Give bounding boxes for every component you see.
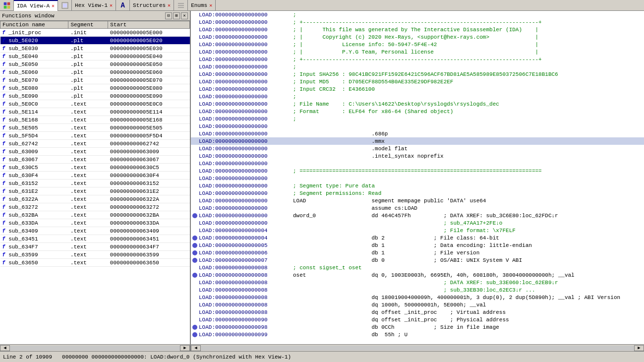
table-row[interactable]: f sub_5F5D4 .text 000000000005F5D4 <box>0 132 190 140</box>
ida-hscroll-left[interactable]: ◀ <box>191 345 201 351</box>
ida-line[interactable]: LOAD:0000000000000000 ; sub_47AA17+2FE↓o <box>191 219 644 227</box>
table-row[interactable]: f sub_5E060 .plt 000000000005E060 <box>0 68 190 76</box>
line-comment: ; Input MD5 : D705ECF88D554B0AE335E29DF9… <box>293 79 453 85</box>
table-row[interactable]: f sub_63152 .text 000000000063152 <box>0 180 190 187</box>
ida-line[interactable]: LOAD:0000000000000000 ; Segment permissi… <box>191 189 644 197</box>
table-row[interactable]: f _init_proc .init 000000000005E000 <box>0 29 190 37</box>
col-start[interactable]: Start <box>108 21 190 29</box>
ida-line[interactable]: LOAD:0000000000000000 ; | Copyright (c) … <box>191 33 644 41</box>
ida-line[interactable]: LOAD:0000000000000000 ; | This file was … <box>191 26 644 33</box>
col-segment[interactable]: Segment <box>68 21 108 29</box>
table-row[interactable]: f sub_631E2 .text 0000000000631E2 <box>0 187 190 195</box>
ida-line[interactable]: LOAD:0000000000000000 ; | P.Y.G Team, Pe… <box>191 48 644 56</box>
ida-line[interactable]: LOAD:0000000000000000 <box>191 160 644 167</box>
ida-line[interactable]: LOAD:0000000000000000 <box>191 175 644 182</box>
table-row[interactable]: f sub_62742 .text 000000000062742 <box>0 140 190 148</box>
ida-line[interactable]: LOAD:0000000000000000 ; +---------------… <box>191 56 644 63</box>
ida-hscroll-track[interactable] <box>201 346 634 351</box>
ida-line[interactable]: LOAD:0000000000000000 ; <box>191 63 644 70</box>
table-row[interactable]: f sub_632BA .text 0000000000632BA <box>0 211 190 219</box>
tab-ida-view[interactable]: IDA View-A ✕ <box>14 0 58 11</box>
ida-line[interactable]: LOAD:0000000000000004 ; File format: \x7… <box>191 227 644 234</box>
ida-line[interactable]: LOAD:0000000000000008 ; DATA XREF: sub_3… <box>191 279 644 286</box>
ida-line[interactable]: LOAD:0000000000000098 db 0CCh ; Size in … <box>191 323 644 331</box>
table-row[interactable]: f sub_634F7 .text 0000000000634F7 <box>0 243 190 251</box>
ida-line[interactable]: LOAD:0000000000000000 ; Input MD5 : D705… <box>191 78 644 85</box>
ida-line[interactable]: LOAD:0000000000000000 ; | License info: … <box>191 41 644 48</box>
table-row[interactable]: f sub_63650 .text 000000000063650 <box>0 259 190 267</box>
ida-line[interactable]: LOAD:0000000000000000 .mmx <box>191 137 644 145</box>
table-row[interactable]: f sub_63599 .text 000000000063599 <box>0 251 190 259</box>
table-row[interactable]: f sub_5E020 .plt 000000000005E020 <box>0 37 190 45</box>
hscroll-track[interactable] <box>10 346 180 351</box>
table-row[interactable]: f sub_633DA .text 0000000000633DA <box>0 219 190 227</box>
ida-content[interactable]: LOAD:0000000000000000 ; LOAD:00000000000… <box>191 11 644 344</box>
func-hscroll[interactable]: ◀ ▶ <box>0 344 190 351</box>
ida-line[interactable]: LOAD:0000000000000004 db 2 ; File class:… <box>191 234 644 241</box>
ida-line[interactable]: LOAD:0000000000000000 ; <box>191 115 644 122</box>
ida-line[interactable]: LOAD:0000000000000000 ; Segment type: Pu… <box>191 182 644 189</box>
functions-scroll[interactable]: Function name Segment Start f _init_proc… <box>0 21 190 344</box>
table-row[interactable]: f sub_63009 .text 000000000063009 <box>0 148 190 156</box>
table-row[interactable]: f sub_5E080 .plt 000000000005E080 <box>0 84 190 92</box>
ida-line[interactable]: LOAD:0000000000000000 ; Input CRC32 : E4… <box>191 85 644 93</box>
ida-line[interactable]: LOAD:0000000000000000 <box>191 122 644 130</box>
ida-line[interactable]: LOAD:0000000000000000 ; Input SHA256 : 9… <box>191 70 644 78</box>
tab-enums[interactable]: Enums ✕ <box>188 0 216 11</box>
table-row[interactable]: f sub_5E040 .plt 000000000005E040 <box>0 53 190 60</box>
ida-line[interactable]: LOAD:0000000000000000 ; <box>191 93 644 100</box>
ida-line[interactable]: LOAD:0000000000000008 oset dq 0, 1003E00… <box>191 271 644 279</box>
ida-line[interactable]: LOAD:0000000000000000 ; Format : ELF64 f… <box>191 108 644 115</box>
table-row[interactable]: f sub_63409 .text 000000000063409 <box>0 227 190 235</box>
table-row[interactable]: f sub_630C5 .text 0000000000630C5 <box>0 164 190 172</box>
ida-line[interactable]: LOAD:0000000000000000 assume cs:LOAD <box>191 204 644 212</box>
ida-line[interactable]: LOAD:0000000000000099 db 55h ; U <box>191 331 644 338</box>
table-row[interactable]: f sub_5E114 .text 000000000005E114 <box>0 108 190 116</box>
ida-line[interactable]: LOAD:0000000000000008 ; const sigset_t o… <box>191 264 644 271</box>
tab-structures-close[interactable]: ✕ <box>168 2 171 8</box>
ida-line[interactable]: LOAD:0000000000000000 .intel_syntax nopr… <box>191 152 644 160</box>
table-row[interactable]: f sub_5E0C0 .text 000000000005E0C0 <box>0 100 190 108</box>
panel-maximize-btn[interactable]: ⊞ <box>173 12 180 19</box>
table-row[interactable]: f sub_5E090 .plt 000000000005E090 <box>0 92 190 100</box>
ida-line[interactable]: LOAD:0000000000000006 db 1 ; File versio… <box>191 249 644 256</box>
tab-enums-close[interactable]: ✕ <box>209 2 212 8</box>
ida-hscroll[interactable]: ◀ ▶ <box>191 344 644 351</box>
ida-line[interactable]: LOAD:0000000000000090 dq offset _init_pr… <box>191 316 644 323</box>
ida-line[interactable]: LOAD:0000000000000000 .686p <box>191 130 644 137</box>
col-function-name[interactable]: Function name <box>0 21 68 29</box>
tab-structures[interactable]: Structures ✕ <box>130 0 174 11</box>
ida-line[interactable]: LOAD:0000000000000000 ; File Name : C:\U… <box>191 100 644 108</box>
table-row[interactable]: f sub_630F4 .text 0000000000630F4 <box>0 172 190 180</box>
table-row[interactable]: f sub_5E050 .plt 000000000005E050 <box>0 60 190 68</box>
ida-line[interactable]: LOAD:0000000000000000 .model flat <box>191 145 644 152</box>
tab-hex-view[interactable]: Hex View-1 ✕ <box>72 0 116 11</box>
table-row[interactable]: f sub_5E505 .text 000000000005E505 <box>0 124 190 132</box>
ida-line[interactable]: LOAD:0000000000000000 ; +---------------… <box>191 18 644 26</box>
ida-line[interactable]: LOAD:0000000000000005 db 1 ; Data encodi… <box>191 241 644 249</box>
panel-close-btn[interactable]: ✕ <box>181 12 188 19</box>
ida-line[interactable]: LOAD:0000000000000000 ; ================… <box>191 167 644 175</box>
panel-restore-btn[interactable]: ⊟ <box>165 12 172 19</box>
ida-line[interactable]: LOAD:0000000000000000 ; <box>191 11 644 18</box>
ida-line[interactable]: LOAD:0000000000000088 dq offset _init_pr… <box>191 308 644 316</box>
table-row[interactable]: f sub_6322A .text 0000000000632​2A <box>0 195 190 203</box>
table-row[interactable]: f sub_63272 .text 000000000063272 <box>0 203 190 211</box>
ida-line[interactable]: LOAD:0000000000000008 dq 1000h, 50000000… <box>191 301 644 308</box>
func-name: sub_5E040 <box>8 54 38 60</box>
ida-line[interactable]: LOAD:0000000000000008 ; sub_33EB30:loc_6… <box>191 286 644 294</box>
table-row[interactable]: f sub_63451 .text 000000000063451 <box>0 235 190 243</box>
ida-line[interactable]: LOAD:0000000000000000 LOAD segment mempa… <box>191 197 644 204</box>
table-row[interactable]: f sub_63067 .text 000000000063067 <box>0 156 190 164</box>
ida-line[interactable]: LOAD:0000000000000000 dword_0 dd 464C457… <box>191 212 644 219</box>
table-row[interactable]: f sub_5E168 .text 000000000005E168 <box>0 116 190 124</box>
ida-hscroll-right[interactable]: ▶ <box>634 345 644 351</box>
tab-ida-view-close[interactable]: ✕ <box>52 3 55 9</box>
ida-line[interactable]: LOAD:0000000000000007 db 0 ; OS/ABI: UNI… <box>191 256 644 264</box>
tab-hex-view-close[interactable]: ✕ <box>110 2 113 8</box>
ida-line[interactable]: LOAD:0000000000000008 dq 18001900400009h… <box>191 294 644 301</box>
table-row[interactable]: f sub_5E070 .plt 000000000005E070 <box>0 76 190 84</box>
hscroll-left[interactable]: ◀ <box>0 345 10 351</box>
hscroll-right[interactable]: ▶ <box>180 345 190 351</box>
table-row[interactable]: f sub_5E030 .plt 000000000005E030 <box>0 45 190 53</box>
